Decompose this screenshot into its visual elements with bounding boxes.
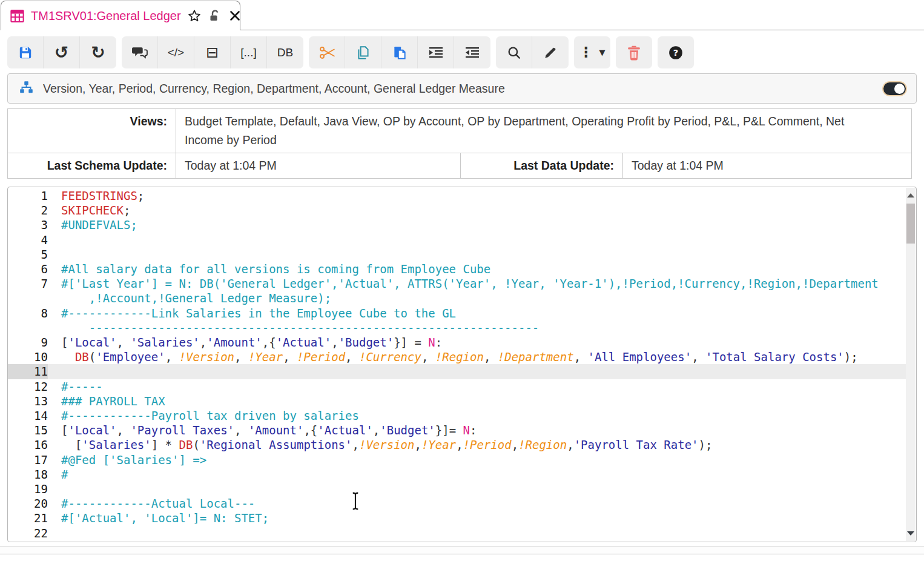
- line-content: #@Fed ['Salaries'] =>: [48, 453, 906, 467]
- redo-icon: ↻: [91, 44, 105, 61]
- code-line-16[interactable]: 16 ['Salaries'] * DB('Regional Assumptio…: [8, 437, 906, 452]
- find-button[interactable]: [496, 36, 532, 68]
- kebab-caret-icon: ⋮▼: [579, 45, 606, 59]
- line-number: 3: [8, 217, 48, 232]
- code-line-22[interactable]: 22: [8, 526, 906, 540]
- code-view-button[interactable]: </>: [158, 36, 194, 68]
- last-schema-update-value: Today at 1:04 PM: [176, 153, 461, 179]
- undo-button[interactable]: ↺: [44, 36, 80, 68]
- line-content: ['Local', 'Payroll Taxes', 'Amount',{'Ac…: [48, 423, 906, 437]
- code-line-10[interactable]: 10 DB('Employee', !Version, !Year, !Peri…: [8, 350, 906, 364]
- line-number: 13: [8, 394, 48, 408]
- code-line-20[interactable]: 20#------------Actual Local---: [8, 496, 906, 511]
- code-line-19[interactable]: 19: [8, 482, 906, 496]
- views-value: Budget Template, Default, Java View, OP …: [176, 109, 912, 153]
- line-content: #: [48, 467, 906, 482]
- close-icon[interactable]: [228, 8, 242, 23]
- line-content: #------------Payroll tax driven by salar…: [48, 408, 906, 423]
- code-area[interactable]: 1FEEDSTRINGS;2SKIPCHECK;3#UNDEFVALS;456#…: [8, 187, 906, 542]
- cut-button[interactable]: [309, 36, 345, 68]
- code-line-13[interactable]: 13### PAYROLL TAX: [8, 394, 906, 408]
- delete-button[interactable]: [616, 36, 652, 68]
- collapse-button[interactable]: ⊟: [194, 36, 231, 68]
- line-number: 16: [8, 437, 48, 452]
- dimensions-list: Version, Year, Period, Currency, Region,…: [43, 82, 505, 96]
- code-line-6[interactable]: 6#All salary data for all versions is co…: [8, 262, 906, 276]
- toggle-knob: [894, 84, 905, 94]
- scroll-up-arrow-icon[interactable]: [907, 193, 914, 198]
- code-line-1[interactable]: 1FEEDSTRINGS;: [8, 188, 906, 203]
- star-icon[interactable]: [186, 8, 202, 24]
- line-number: 15: [8, 423, 48, 437]
- cube-grid-icon: [9, 8, 25, 24]
- dimensions-bar: Version, Year, Period, Currency, Region,…: [7, 73, 917, 104]
- scissors-icon: [318, 45, 335, 61]
- tab-bar-border: [240, 30, 924, 30]
- views-label: Views:: [8, 109, 176, 153]
- line-number: 4: [8, 233, 48, 247]
- paste-icon: [392, 45, 408, 61]
- indent-button[interactable]: [418, 36, 454, 68]
- redo-button[interactable]: ↻: [80, 36, 116, 68]
- line-number: 9: [8, 335, 48, 350]
- line-content: ### PAYROLL TAX: [48, 394, 906, 408]
- line-content: SKIPCHECK;: [48, 203, 906, 217]
- code-line-23[interactable]: 23: [8, 540, 906, 542]
- scrollbar-thumb[interactable]: [906, 204, 915, 244]
- code-line-12[interactable]: 12#-----: [8, 379, 906, 394]
- expression-button[interactable]: [...]: [231, 36, 267, 68]
- rule-code-editor[interactable]: 1FEEDSTRINGS;2SKIPCHECK;3#UNDEFVALS;456#…: [7, 187, 917, 542]
- code-line-11[interactable]: 11: [8, 364, 906, 379]
- undo-icon: ↺: [54, 44, 68, 61]
- line-content: #All salary data for all versions is com…: [48, 262, 906, 276]
- more-options-button[interactable]: ⋮▼: [574, 36, 610, 68]
- line-content: DB('Employee', !Version, !Year, !Period,…: [48, 350, 906, 364]
- db-reference-button[interactable]: DB: [267, 36, 303, 68]
- line-content: [48, 540, 906, 542]
- code-line-8[interactable]: 8#------------Link Salaries in the Emplo…: [8, 306, 906, 335]
- code-line-14[interactable]: 14#------------Payroll tax driven by sal…: [8, 408, 906, 423]
- toolbar-group: ↺↻: [7, 36, 116, 68]
- code-view-label: </>: [168, 46, 184, 59]
- indent-icon: [427, 45, 444, 60]
- toolbar-group: </>⊟[...]DB: [122, 36, 303, 68]
- code-line-3[interactable]: 3#UNDEFVALS;: [8, 217, 906, 232]
- line-content: #------------Link Salaries in the Employ…: [48, 306, 906, 335]
- line-number: 14: [8, 408, 48, 423]
- comment-icon: [131, 45, 148, 60]
- dimensions-toggle[interactable]: [883, 82, 906, 95]
- scroll-down-arrow-icon[interactable]: [907, 531, 914, 536]
- line-content: [48, 482, 906, 496]
- code-line-2[interactable]: 2SKIPCHECK;: [8, 203, 906, 217]
- line-number: 1: [8, 188, 48, 203]
- cube-tab[interactable]: TM1SRV01:General Ledger: [1, 1, 240, 30]
- line-content: #-----: [48, 379, 906, 394]
- code-line-4[interactable]: 4: [8, 233, 906, 247]
- toolbar-group: [496, 36, 569, 68]
- save-button[interactable]: [7, 36, 44, 68]
- code-line-5[interactable]: 5: [8, 247, 906, 262]
- code-line-15[interactable]: 15['Local', 'Payroll Taxes', 'Amount',{'…: [8, 423, 906, 437]
- line-number: 21: [8, 511, 48, 525]
- expression-label: [...]: [240, 46, 256, 59]
- code-line-21[interactable]: 21#['Actual', 'Local']= N: STET;: [8, 511, 906, 525]
- copy-button[interactable]: [345, 36, 381, 68]
- trash-icon: [627, 45, 641, 61]
- vertical-scrollbar[interactable]: [906, 188, 916, 541]
- edit-button[interactable]: [532, 36, 569, 68]
- line-number: 6: [8, 262, 48, 276]
- paste-button[interactable]: [381, 36, 418, 68]
- horizontal-scrollbar-track[interactable]: [0, 546, 924, 554]
- comment-button[interactable]: [122, 36, 158, 68]
- code-line-18[interactable]: 18#: [8, 467, 906, 482]
- code-line-17[interactable]: 17#@Fed ['Salaries'] =>: [8, 453, 906, 467]
- outdent-button[interactable]: [454, 36, 490, 68]
- line-content: FEEDSTRINGS;: [48, 188, 906, 203]
- unlock-icon[interactable]: [208, 8, 222, 24]
- code-line-9[interactable]: 9['Local', 'Salaries','Amount',{'Actual'…: [8, 335, 906, 350]
- line-content: [48, 247, 906, 262]
- help-button[interactable]: ?: [658, 36, 694, 68]
- views-row: Views: Budget Template, Default, Java Vi…: [8, 109, 912, 153]
- search-icon: [506, 45, 522, 61]
- code-line-7[interactable]: 7#['Last Year'] = N: DB('General Ledger'…: [8, 276, 906, 305]
